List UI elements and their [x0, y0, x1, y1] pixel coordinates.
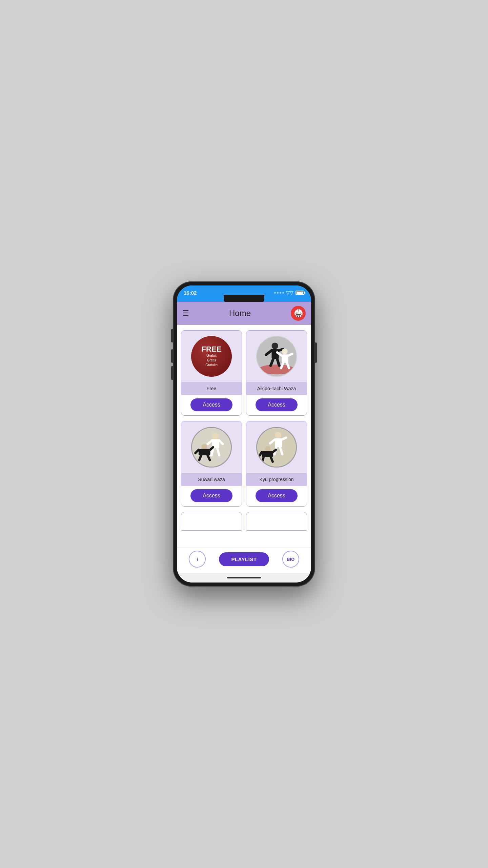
- card-aikido-access-button[interactable]: Access: [256, 398, 298, 411]
- bio-label: BIO: [287, 557, 294, 562]
- card-kyu-label-area: Kyu progression: [246, 473, 307, 486]
- status-time: 16:02: [184, 290, 197, 296]
- cards-row-1: FREE Gratuit Gratis Gratuito Free Access: [181, 330, 307, 416]
- card-free-access-button[interactable]: Access: [190, 398, 232, 411]
- partial-card-right: [246, 512, 307, 531]
- notch-area: [177, 298, 311, 302]
- main-content: FREE Gratuit Gratis Gratuito Free Access: [177, 325, 311, 548]
- card-aikido-image-area: [246, 331, 307, 382]
- info-button[interactable]: i: [189, 551, 206, 568]
- phone-screen: 16:02 ▽▽ ☰ Home 🥋: [177, 285, 311, 583]
- suwari-image-circle: [191, 427, 232, 468]
- svg-point-28: [275, 432, 281, 438]
- card-free: FREE Gratuit Gratis Gratuito Free Access: [181, 330, 242, 416]
- martial-arts-logo-icon: 🥋: [294, 309, 303, 318]
- app-header: ☰ Home 🥋: [177, 302, 311, 325]
- logo-button[interactable]: 🥋: [291, 306, 306, 321]
- aikido-image-circle: [256, 336, 297, 377]
- card-free-label: Free: [207, 386, 217, 391]
- card-suwari-label: Suwari waza: [198, 477, 225, 482]
- card-free-label-area: Free: [181, 382, 242, 395]
- card-suwari: Suwari waza Access: [181, 421, 242, 507]
- home-indicator-bar: [177, 573, 311, 583]
- card-aikido: Aikido-Tachi Waza Access: [246, 330, 307, 416]
- aikido-scene-svg: [257, 337, 296, 376]
- suwari-scene-svg: [192, 428, 231, 467]
- svg-point-8: [282, 349, 287, 354]
- svg-point-21: [202, 444, 207, 450]
- info-icon: i: [197, 557, 198, 562]
- svg-point-34: [265, 446, 270, 452]
- card-aikido-label-area: Aikido-Tachi Waza: [246, 382, 307, 395]
- home-indicator-line: [227, 577, 261, 578]
- free-badge-circle: FREE Gratuit Gratis Gratuito: [191, 336, 232, 377]
- card-aikido-label: Aikido-Tachi Waza: [257, 386, 296, 391]
- kyu-image-circle: [256, 427, 297, 468]
- cards-row-2: Suwari waza Access: [181, 421, 307, 507]
- page-title: Home: [229, 309, 251, 318]
- svg-rect-22: [199, 449, 210, 455]
- bottom-nav: i PLAYLIST BIO: [177, 548, 311, 573]
- battery-icon: [296, 291, 304, 295]
- card-free-image-area: FREE Gratuit Gratis Gratuito: [181, 331, 242, 382]
- card-kyu-access-button[interactable]: Access: [256, 489, 298, 502]
- svg-point-2: [272, 342, 278, 349]
- card-kyu-label: Kyu progression: [259, 477, 293, 482]
- signal-icon: [274, 292, 284, 294]
- free-subtext: Gratuit Gratis Gratuito: [205, 353, 218, 368]
- phone-frame: 16:02 ▽▽ ☰ Home 🥋: [173, 281, 315, 587]
- playlist-button[interactable]: PLAYLIST: [219, 552, 269, 566]
- card-suwari-access-row: Access: [181, 486, 242, 506]
- partial-card-left: [181, 512, 242, 531]
- kyu-scene-svg: [257, 428, 296, 467]
- card-suwari-access-button[interactable]: Access: [190, 489, 232, 502]
- bio-button[interactable]: BIO: [282, 551, 299, 568]
- status-icons: ▽▽: [274, 290, 304, 295]
- svg-point-15: [212, 433, 219, 439]
- card-free-access-row: Access: [181, 395, 242, 415]
- card-kyu: Kyu progression Access: [246, 421, 307, 507]
- svg-line-38: [262, 457, 264, 462]
- card-suwari-label-area: Suwari waza: [181, 473, 242, 486]
- free-text: FREE: [202, 345, 222, 353]
- card-suwari-image-area: [181, 421, 242, 473]
- card-aikido-access-row: Access: [246, 395, 307, 415]
- hamburger-menu-icon[interactable]: ☰: [182, 309, 189, 318]
- card-kyu-image-area: [246, 421, 307, 473]
- wifi-icon: ▽▽: [286, 290, 293, 295]
- card-kyu-access-row: Access: [246, 486, 307, 506]
- partial-cards-row: [181, 512, 307, 531]
